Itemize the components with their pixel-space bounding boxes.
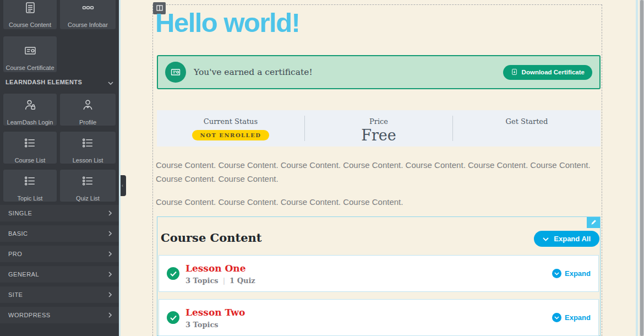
course-status-bar: Current Status NOT ENROLLED Price Free G… xyxy=(157,110,601,147)
section-dashed-border xyxy=(152,4,153,336)
paragraph: Course Content. Course Content. Course C… xyxy=(156,159,593,186)
section-dashed-border xyxy=(602,4,602,336)
chevron-right-icon xyxy=(108,249,112,259)
widget-course-list[interactable]: Course List xyxy=(3,132,57,164)
sidebar-section-basic[interactable]: BASIC xyxy=(0,225,119,242)
profile-icon xyxy=(81,98,95,114)
user-lock-icon xyxy=(23,98,37,114)
chevron-down-icon xyxy=(552,313,561,322)
sidebar-section-single[interactable]: SINGLE xyxy=(0,205,119,221)
lesson-title-link[interactable]: Lesson Two xyxy=(185,307,245,318)
list-icon xyxy=(81,174,95,190)
lesson-meta: 3 Topics xyxy=(185,321,245,329)
widget-label: Course Infobar xyxy=(68,21,108,28)
paragraph: Course Content. Course Content. Course C… xyxy=(156,196,593,209)
sidebar-section-general[interactable]: GENERAL xyxy=(0,266,119,283)
sidebar-section-pro[interactable]: PRO xyxy=(0,246,119,262)
widget-course-infobar[interactable]: Course Infobar xyxy=(60,0,116,29)
list-icon xyxy=(81,136,95,152)
chevron-down-icon xyxy=(543,235,549,243)
widget-label: Topic List xyxy=(18,195,43,202)
sidebar-section-site[interactable]: SITE xyxy=(0,286,119,303)
lesson-meta: 3 Topics | 1 Quiz xyxy=(185,277,255,285)
price-value: Free xyxy=(361,127,396,144)
chevron-right-icon xyxy=(108,208,112,218)
widget-label: Course Content xyxy=(9,21,51,28)
widget-topic-list[interactable]: Topic List xyxy=(3,170,57,202)
widget-label: LearnDash Login xyxy=(7,119,53,126)
status-column-get-started: Get Started xyxy=(453,110,601,147)
document-lines-icon xyxy=(24,1,37,17)
status-column-current-status: Current Status NOT ENROLLED xyxy=(157,110,304,147)
edit-widget-handle[interactable] xyxy=(587,217,600,228)
list-icon xyxy=(23,136,37,152)
section-dashed-border xyxy=(152,4,602,5)
preview-right-edge xyxy=(636,0,638,336)
chevron-left-icon: ‹ xyxy=(122,183,123,188)
preview-left-edge xyxy=(119,0,121,336)
lesson-row: Lesson Two 3 Topics Expand xyxy=(159,299,599,336)
sidebar-section-wordpress[interactable]: WORDPRESS xyxy=(0,307,119,323)
widget-profile[interactable]: Profile xyxy=(60,94,116,126)
lesson-row: Lesson One 3 Topics | 1 Quiz Expand xyxy=(159,255,599,292)
widget-label: Profile xyxy=(79,119,96,126)
chevron-down-icon xyxy=(108,77,113,87)
chevron-right-icon xyxy=(108,290,112,300)
certificate-message: You've earned a certificate! xyxy=(194,67,313,77)
widget-course-content[interactable]: Course Content xyxy=(3,0,57,29)
course-content-title: Course Content xyxy=(161,231,262,245)
lesson-expand-button[interactable]: Expand xyxy=(552,313,591,322)
lesson-expand-button[interactable]: Expand xyxy=(552,269,591,278)
list-icon xyxy=(23,174,37,190)
scrollbar-thumb[interactable] xyxy=(640,0,643,336)
widget-label: Course Certificate xyxy=(6,64,54,71)
certificate-icon xyxy=(165,62,186,83)
widget-quiz-list[interactable]: Quiz List xyxy=(60,170,116,202)
certificate-card-icon xyxy=(24,44,37,59)
download-icon xyxy=(511,68,518,77)
widget-learndash-login[interactable]: LearnDash Login xyxy=(3,94,57,126)
course-content-widget: Course Content Expand All Lesson One 3 T… xyxy=(157,216,601,336)
expand-all-button[interactable]: Expand All xyxy=(534,231,599,247)
infobar-icon xyxy=(81,1,95,17)
course-description: Course Content. Course Content. Course C… xyxy=(156,159,593,209)
completed-check-icon xyxy=(167,311,179,324)
page-title: Hello world! xyxy=(155,7,299,38)
widgets-sidebar: Course Content Course Infobar Course xyxy=(0,0,119,336)
certificate-banner: You've earned a certificate! Download Ce… xyxy=(157,55,601,89)
chevron-right-icon xyxy=(108,269,112,279)
widget-label: Quiz List xyxy=(76,195,100,202)
status-column-price: Price Free xyxy=(305,110,452,147)
chevron-right-icon xyxy=(108,310,112,320)
status-badge: NOT ENROLLED xyxy=(192,130,270,140)
widget-label: Course List xyxy=(15,157,46,164)
chevron-down-icon xyxy=(552,269,561,278)
completed-check-icon xyxy=(167,267,179,280)
lesson-title-link[interactable]: Lesson One xyxy=(185,263,255,274)
meta-separator: | xyxy=(223,277,225,285)
elementor-editor: Course Content Course Infobar Course xyxy=(0,0,644,336)
learndash-elements-header[interactable]: LEARNDASH ELEMENTS xyxy=(6,77,113,88)
download-certificate-button[interactable]: Download Certificate xyxy=(503,65,592,80)
widget-lesson-list[interactable]: Lesson List xyxy=(60,132,116,164)
chevron-right-icon xyxy=(108,229,112,239)
widget-label: Lesson List xyxy=(73,157,103,164)
pencil-icon xyxy=(591,218,597,227)
widget-course-certificate[interactable]: Course Certificate xyxy=(3,36,57,72)
